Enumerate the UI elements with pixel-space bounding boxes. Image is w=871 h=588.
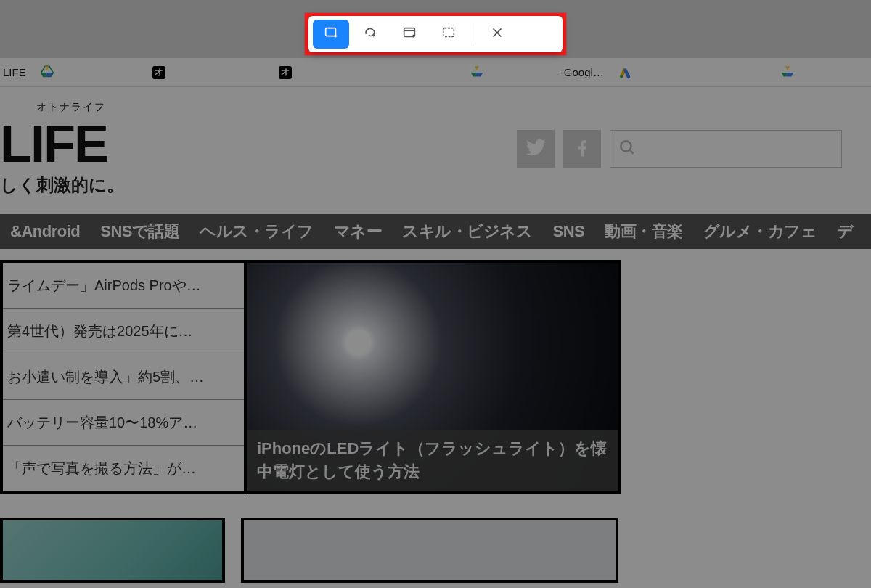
capture-area-button[interactable] xyxy=(313,20,349,49)
window-icon xyxy=(401,25,417,44)
toolbar-separator xyxy=(473,23,473,45)
capture-window-button[interactable] xyxy=(391,20,428,49)
web-capture-toolbar xyxy=(308,16,563,52)
capture-dim-overlay[interactable] xyxy=(0,0,871,588)
capture-freeform-button[interactable] xyxy=(352,20,388,49)
svg-rect-13 xyxy=(326,28,336,36)
freeform-select-icon xyxy=(362,25,378,44)
capture-fullscreen-button[interactable] xyxy=(430,20,467,49)
capture-close-button[interactable] xyxy=(479,20,515,49)
fullscreen-icon xyxy=(441,25,457,44)
svg-rect-22 xyxy=(443,28,454,37)
rectangle-select-icon xyxy=(323,25,339,44)
close-icon xyxy=(489,25,505,44)
